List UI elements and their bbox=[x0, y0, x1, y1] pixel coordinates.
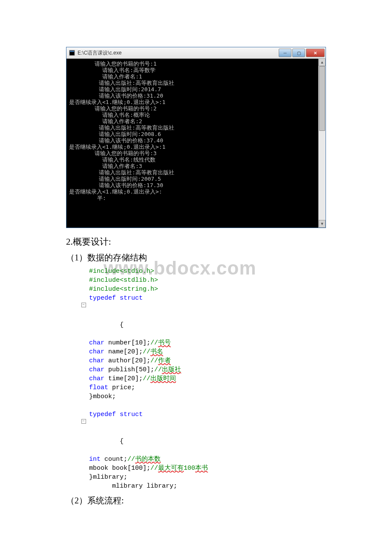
console-line: 请输入出版社:高等教育出版社 bbox=[69, 169, 323, 176]
code-line: − { bbox=[89, 303, 326, 338]
code-line: char author[20];//作者 bbox=[89, 356, 326, 365]
code-line: }mlibrary; bbox=[89, 473, 326, 482]
console-line: 请输入出版社:高等教育出版社 bbox=[69, 124, 323, 131]
code-line: char publish[50];//出版社 bbox=[89, 365, 326, 374]
console-line: 请输入该书的价格:37.40 bbox=[69, 137, 323, 144]
code-line: int count;//书的本数 bbox=[89, 455, 326, 464]
window-controls: ─ ▢ ✕ bbox=[278, 49, 325, 57]
code-line: − { bbox=[89, 419, 326, 455]
console-line: 请输入出版社:高等教育出版社 bbox=[69, 80, 323, 86]
console-line: 请输入书名:概率论 bbox=[69, 112, 323, 118]
code-line: #include<string.h> bbox=[89, 285, 326, 294]
window-titlebar: E:\C语言课设\c.exe ─ ▢ ✕ bbox=[66, 47, 326, 59]
code-line: }mbook; bbox=[89, 392, 326, 401]
code-line: float price; bbox=[89, 383, 326, 392]
code-line: char name[20];//书名 bbox=[89, 347, 326, 356]
vertical-scrollbar[interactable]: ▲ ▼ bbox=[318, 58, 326, 228]
code-snippet: www.bdocx.com #include<stdio.h> #include… bbox=[74, 267, 326, 491]
code-line: mlibrary library; bbox=[89, 482, 326, 491]
console-line: 请输入书名:线性代数 bbox=[69, 156, 323, 163]
maximize-button[interactable]: ▢ bbox=[292, 49, 305, 57]
console-line: 是否继续录入<1.继续;0.退出录入>:1 bbox=[69, 99, 323, 105]
section-heading: 2.概要设计: bbox=[66, 236, 326, 248]
console-line: 半: bbox=[69, 195, 323, 201]
scroll-down-arrow-icon[interactable]: ▼ bbox=[319, 220, 326, 228]
scroll-up-arrow-icon[interactable]: ▲ bbox=[319, 58, 326, 66]
code-line bbox=[89, 401, 326, 410]
console-line: 请输入作者名:3 bbox=[69, 163, 323, 169]
code-line: mbook book[100];//最大可有100本书 bbox=[89, 464, 326, 473]
window-title: E:\C语言课设\c.exe bbox=[78, 49, 278, 57]
console-line: 请输入出版时间:2008.6 bbox=[69, 131, 323, 137]
console-line: 请输入您的书籍的书号:1 bbox=[69, 61, 323, 67]
subsection-heading: （2）系统流程: bbox=[66, 495, 326, 506]
code-line: char time[20];//出版时间 bbox=[89, 374, 326, 383]
console-line: 请输入该书的价格:17.30 bbox=[69, 182, 323, 188]
code-line: #include<stdlib.h> bbox=[89, 276, 326, 285]
console-line: 请输入书名:高等数学 bbox=[69, 67, 323, 73]
app-icon bbox=[69, 50, 75, 56]
code-line: char number[10];//书号 bbox=[89, 338, 326, 347]
console-line: 请输入作者名:1 bbox=[69, 73, 323, 80]
scroll-thumb[interactable] bbox=[319, 66, 325, 131]
console-line: 是否继续录入<1.继续;0.退出录入>: bbox=[69, 188, 323, 195]
console-window: E:\C语言课设\c.exe ─ ▢ ✕ 请输入您的书籍的书号:1 请输入书名:… bbox=[66, 47, 326, 228]
console-line: 请输入作者名:2 bbox=[69, 118, 323, 124]
fold-minus-icon[interactable]: − bbox=[81, 303, 86, 307]
close-button[interactable]: ✕ bbox=[306, 49, 325, 57]
code-line: typedef struct bbox=[89, 294, 326, 303]
console-line: 是否继续录入<1.继续;0.退出录入>:1 bbox=[69, 144, 323, 150]
console-output: 请输入您的书籍的书号:1 请输入书名:高等数学 请输入作者名:1 请输入出版社:… bbox=[66, 59, 326, 228]
console-line: 请输入出版时间:2014.7 bbox=[69, 86, 323, 92]
code-line: #include<stdio.h> bbox=[89, 267, 326, 276]
svg-rect-1 bbox=[70, 51, 74, 52]
console-line: 请输入您的书籍的书号:3 bbox=[69, 150, 323, 156]
minimize-button[interactable]: ─ bbox=[279, 49, 291, 57]
code-line: typedef struct bbox=[89, 410, 326, 419]
console-line: 请输入该书的价格:31.20 bbox=[69, 92, 323, 99]
console-line: 请输入您的书籍的书号:2 bbox=[69, 105, 323, 112]
fold-minus-icon[interactable]: − bbox=[81, 419, 86, 424]
subsection-heading: （1）数据的存储结构 bbox=[66, 252, 326, 263]
console-line: 请输入出版时间:2007.5 bbox=[69, 176, 323, 182]
